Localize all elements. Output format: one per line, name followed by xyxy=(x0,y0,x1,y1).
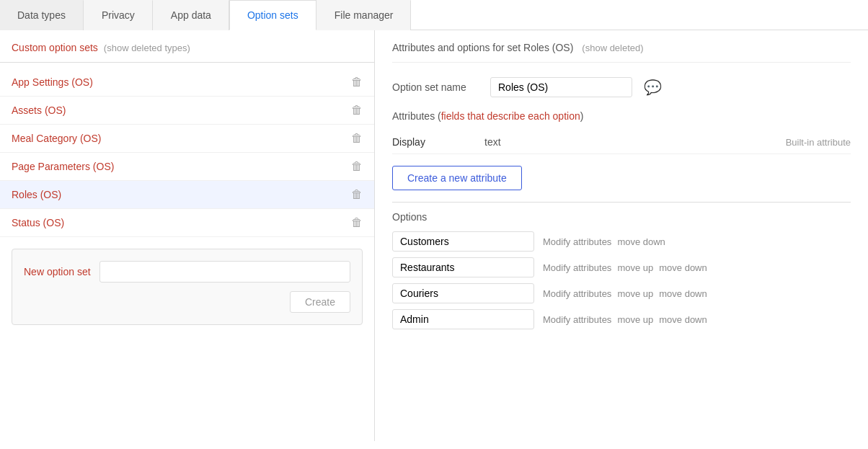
trash-icon[interactable]: 🗑 xyxy=(351,188,363,201)
option-action-move-up[interactable]: move up xyxy=(617,262,653,273)
option-action-move-down[interactable]: move down xyxy=(659,262,707,273)
option-set-name: Status (OS) xyxy=(12,217,64,228)
option-set-item[interactable]: Assets (OS)🗑 xyxy=(0,97,374,125)
custom-option-sets-title: Custom option sets xyxy=(12,42,98,53)
option-actions: Modify attributesmove upmove down xyxy=(543,262,707,273)
left-panel-header: Custom option sets (show deleted types) xyxy=(0,42,374,62)
option-set-item[interactable]: Page Parameters (OS)🗑 xyxy=(0,153,374,181)
options-divider xyxy=(392,202,851,203)
create-new-attribute-button[interactable]: Create a new attribute xyxy=(392,166,522,190)
option-action-modify-attributes[interactable]: Modify attributes xyxy=(543,236,611,247)
option-set-name: Meal Category (OS) xyxy=(12,133,101,144)
option-action-move-down[interactable]: move down xyxy=(617,236,665,247)
option-set-name: Assets (OS) xyxy=(12,105,66,116)
options-list: Modify attributesmove downModify attribu… xyxy=(392,231,851,329)
show-deleted-types-link[interactable]: (show deleted types) xyxy=(104,43,190,53)
attribute-row: Display text Built-in attribute xyxy=(392,130,851,154)
option-set-name-row: Option set name 💬 xyxy=(392,77,851,97)
tab-option-sets[interactable]: Option sets xyxy=(229,0,316,30)
option-row: Modify attributesmove upmove down xyxy=(392,283,851,303)
options-section-label: Options xyxy=(392,211,851,223)
option-actions: Modify attributesmove upmove down xyxy=(543,288,707,299)
new-option-set-row: New option set xyxy=(24,261,350,283)
attr-builtin-label: Built-in attribute xyxy=(786,137,851,148)
option-row: Modify attributesmove down xyxy=(392,231,851,252)
option-set-list: App Settings (OS)🗑Assets (OS)🗑Meal Categ… xyxy=(0,68,374,237)
attributes-label-highlight: fields that describe each option xyxy=(441,110,580,122)
tab-app-data[interactable]: App data xyxy=(153,0,229,30)
option-set-item[interactable]: Status (OS)🗑 xyxy=(0,209,374,237)
attributes-options-title: Attributes and options for set Roles (OS… xyxy=(392,42,573,53)
option-set-name-input[interactable] xyxy=(490,77,632,97)
option-set-name: App Settings (OS) xyxy=(12,76,93,88)
trash-icon[interactable]: 🗑 xyxy=(351,104,363,117)
option-set-name: Roles (OS) xyxy=(12,189,61,200)
option-value-input[interactable] xyxy=(392,231,534,252)
tab-bar: Data typesPrivacyApp dataOption setsFile… xyxy=(0,0,868,30)
option-set-item[interactable]: App Settings (OS)🗑 xyxy=(0,68,374,97)
option-row: Modify attributesmove upmove down xyxy=(392,309,851,329)
create-btn-row: Create xyxy=(24,291,350,313)
tab-data-types[interactable]: Data types xyxy=(0,0,84,30)
comment-icon[interactable]: 💬 xyxy=(644,79,662,96)
option-value-input[interactable] xyxy=(392,257,534,277)
main-layout: Custom option sets (show deleted types) … xyxy=(0,30,868,441)
attr-display-type: text xyxy=(484,136,557,148)
new-option-set-input[interactable] xyxy=(99,261,350,283)
tab-privacy[interactable]: Privacy xyxy=(84,0,153,30)
option-value-input[interactable] xyxy=(392,283,534,303)
left-panel: Custom option sets (show deleted types) … xyxy=(0,30,375,441)
option-action-move-down[interactable]: move down xyxy=(659,288,707,299)
option-actions: Modify attributesmove down xyxy=(543,236,665,247)
option-set-item[interactable]: Meal Category (OS)🗑 xyxy=(0,125,374,153)
right-panel-header: Attributes and options for set Roles (OS… xyxy=(392,42,851,63)
option-action-modify-attributes[interactable]: Modify attributes xyxy=(543,288,611,299)
option-set-name-label: Option set name xyxy=(392,81,479,93)
attributes-label: Attributes (fields that describe each op… xyxy=(392,110,851,122)
option-action-modify-attributes[interactable]: Modify attributes xyxy=(543,262,611,273)
tab-file-manager[interactable]: File manager xyxy=(316,0,412,30)
option-actions: Modify attributesmove upmove down xyxy=(543,314,707,325)
show-deleted-link[interactable]: (show deleted) xyxy=(582,43,643,53)
option-set-item[interactable]: Roles (OS)🗑 xyxy=(0,181,374,209)
option-action-move-up[interactable]: move up xyxy=(617,314,653,325)
right-panel: Attributes and options for set Roles (OS… xyxy=(375,30,868,441)
option-action-modify-attributes[interactable]: Modify attributes xyxy=(543,314,611,325)
trash-icon[interactable]: 🗑 xyxy=(351,216,363,229)
trash-icon[interactable]: 🗑 xyxy=(351,132,363,145)
option-row: Modify attributesmove upmove down xyxy=(392,257,851,277)
new-option-set-label: New option set xyxy=(24,266,91,277)
option-action-move-up[interactable]: move up xyxy=(617,288,653,299)
trash-icon[interactable]: 🗑 xyxy=(351,160,363,173)
new-option-set-box: New option set Create xyxy=(12,249,363,325)
create-button[interactable]: Create xyxy=(290,291,350,313)
attr-display-name: Display xyxy=(392,136,479,148)
option-set-name: Page Parameters (OS) xyxy=(12,161,114,172)
option-value-input[interactable] xyxy=(392,309,534,329)
option-action-move-down[interactable]: move down xyxy=(659,314,707,325)
trash-icon[interactable]: 🗑 xyxy=(351,76,363,89)
divider xyxy=(0,62,374,63)
